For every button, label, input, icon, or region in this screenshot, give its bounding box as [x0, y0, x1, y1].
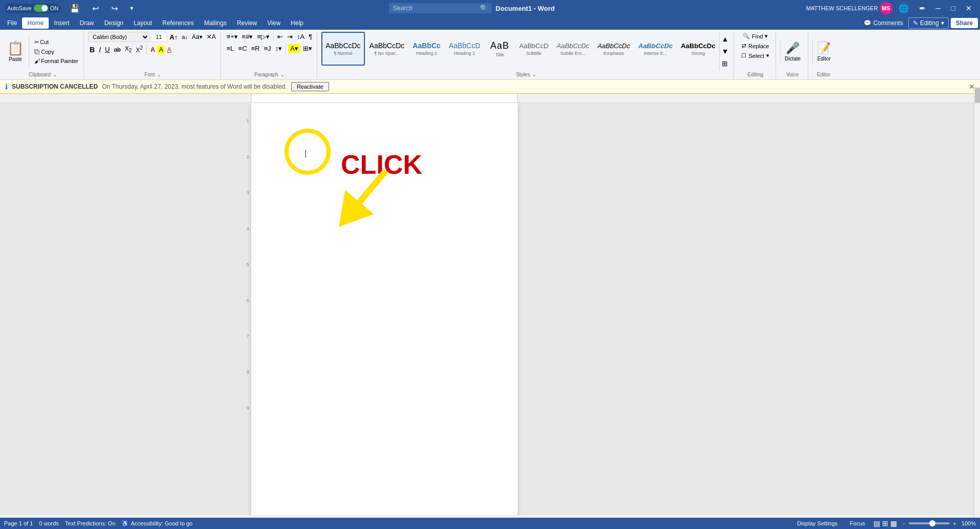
highlight-color-button[interactable]: A — [157, 46, 165, 54]
bold-button[interactable]: B — [88, 45, 96, 55]
format-painter-button[interactable]: 🖌 Format Painter — [32, 57, 80, 65]
align-center-button[interactable]: ≡C — [237, 44, 249, 53]
paste-button[interactable]: 📋 Paste — [5, 38, 26, 64]
close-button[interactable]: ✕ — [962, 2, 976, 14]
menu-layout[interactable]: Layout — [129, 17, 157, 29]
numbered-list-button[interactable]: ≡#▾ — [240, 32, 255, 42]
sort-button[interactable]: ↕A — [295, 32, 306, 42]
select-button[interactable]: ☐ Select ▾ — [738, 51, 772, 60]
decrease-font-button[interactable]: a↓ — [180, 33, 190, 41]
borders-button[interactable]: ⊞▾ — [301, 44, 314, 53]
italic-button[interactable]: I — [97, 45, 103, 55]
gallery-scroll-down-button[interactable]: ▼ — [721, 45, 730, 57]
styles-gallery-container: AaBbCcDc ¶ Normal AaBbCcDc ¶ No Spac... … — [321, 32, 730, 71]
style-heading2[interactable]: AaBbCcD Heading 2 — [445, 32, 484, 66]
select-icon: ☐ — [741, 52, 746, 59]
save-icon[interactable]: 💾 — [66, 2, 84, 15]
styles-expand-icon[interactable]: ⌄ — [532, 72, 536, 77]
pen-icon[interactable]: ✒ — [915, 2, 930, 15]
autosave-switch[interactable] — [34, 5, 48, 12]
menu-view[interactable]: View — [262, 17, 286, 29]
underline-button[interactable]: U — [104, 45, 111, 54]
clipboard-expand-icon[interactable]: ⌄ — [53, 72, 57, 77]
maximize-button[interactable]: □ — [947, 2, 959, 14]
comments-button[interactable]: 💬 Comments — [861, 18, 906, 28]
format-painter-label: Format Painter — [41, 58, 78, 64]
style-subtitle[interactable]: AaBbCcD Subtitle — [516, 32, 552, 66]
menu-insert[interactable]: Insert — [49, 17, 74, 29]
style-heading1[interactable]: AaBbCc Heading 1 — [409, 32, 444, 66]
para-divider2 — [285, 44, 286, 53]
change-case-button[interactable]: Aa▾ — [190, 32, 204, 42]
document-page[interactable]: | CLICK — [251, 103, 518, 515]
menu-help[interactable]: Help — [285, 17, 309, 29]
paragraph-expand-icon[interactable]: ⌄ — [280, 72, 284, 77]
text-effects-button[interactable]: A — [149, 45, 157, 54]
style-intense-em-label: Intense E... — [644, 51, 667, 56]
subscript-button[interactable]: X2 — [124, 44, 134, 54]
show-marks-button[interactable]: ¶ — [307, 32, 314, 42]
menu-references[interactable]: References — [157, 17, 199, 29]
editor-button[interactable]: 📝 Editor — [812, 39, 835, 64]
style-title[interactable]: AaB Title — [485, 32, 515, 66]
editing-button[interactable]: ✎ Editing ▾ — [908, 17, 949, 29]
menu-review[interactable]: Review — [232, 17, 262, 29]
copy-button[interactable]: ⿻ Copy — [32, 48, 80, 56]
minimize-button[interactable]: ─ — [932, 2, 945, 14]
user-name: MATTHEW SCHELLENGER — [806, 5, 878, 11]
cut-button[interactable]: ✂ Cut — [32, 38, 80, 47]
font-color-button[interactable]: A — [166, 45, 173, 54]
reactivate-button[interactable]: Reactivate — [291, 82, 329, 91]
justify-button[interactable]: ≡J — [262, 44, 273, 53]
multilevel-list-button[interactable]: ≡▷▾ — [255, 32, 271, 42]
style-normal[interactable]: AaBbCcDc ¶ Normal — [321, 32, 364, 66]
vertical-scrollbar[interactable] — [974, 87, 980, 515]
align-right-button[interactable]: ≡R — [250, 44, 261, 53]
strikethrough-button[interactable]: ab — [112, 45, 122, 54]
dictate-button[interactable]: 🎤 Dictate — [780, 39, 805, 64]
replace-icon: ⇄ — [742, 43, 746, 49]
gallery-expand-button[interactable]: ⊞ — [721, 57, 730, 70]
font-size-input[interactable] — [151, 32, 167, 42]
menu-file[interactable]: File — [2, 17, 22, 29]
style-emphasis[interactable]: AaBbCcDc Emphasis — [594, 32, 634, 66]
para-row-1: ≡⁌▾ ≡#▾ ≡▷▾ ⇤ ⇥ ↕A ¶ — [225, 32, 314, 42]
style-strong[interactable]: AaBbCcDc Strong — [677, 32, 719, 66]
style-intense-em[interactable]: AaBbCcDc Intense E... — [635, 32, 676, 66]
increase-font-button[interactable]: A↑ — [168, 32, 179, 42]
find-button[interactable]: 🔍 Find ▾ — [740, 32, 771, 40]
line-spacing-button[interactable]: ↕▾ — [274, 44, 284, 53]
document-content: | CLICK — [282, 124, 487, 431]
align-left-button[interactable]: ≡L — [225, 44, 236, 53]
style-no-spacing[interactable]: AaBbCcDc ¶ No Spac... — [366, 32, 408, 66]
ribbon-group-styles: AaBbCcDc ¶ Normal AaBbCcDc ¶ No Spac... … — [318, 32, 734, 79]
replace-button[interactable]: ⇄ Replace — [739, 42, 772, 50]
style-subtle-em[interactable]: AaBbCcDc Subtle Em... — [553, 32, 593, 66]
redo-icon[interactable]: ↪ — [107, 2, 122, 15]
styles-group-label: Styles ⌄ — [516, 71, 536, 78]
superscript-button[interactable]: X2 — [134, 44, 145, 55]
menu-home[interactable]: Home — [22, 17, 49, 29]
share-button[interactable]: Share — [951, 18, 978, 28]
undo-icon[interactable]: ↩ — [88, 2, 103, 15]
editor-icon: 📝 — [817, 42, 831, 55]
autosave-toggle[interactable]: AutoSave ON — [4, 4, 62, 13]
scrollbar-thumb[interactable] — [975, 88, 980, 103]
search-input[interactable] — [389, 3, 492, 13]
font-name-select[interactable]: Calibri (Body) — [88, 32, 150, 42]
customize-qat-icon[interactable]: ▾ — [126, 3, 137, 14]
styles-gallery: AaBbCcDc ¶ Normal AaBbCcDc ¶ No Spac... … — [321, 32, 719, 66]
menu-mailings[interactable]: Mailings — [199, 17, 232, 29]
ruler-inner — [251, 94, 518, 103]
shading-button[interactable]: A▾ — [288, 44, 300, 53]
clear-formatting-button[interactable]: ✕A — [205, 32, 217, 42]
gallery-scroll-up-button[interactable]: ▲ — [721, 33, 730, 45]
increase-indent-button[interactable]: ⇥ — [285, 32, 294, 42]
font-expand-icon[interactable]: ⌄ — [157, 72, 161, 77]
menu-draw[interactable]: Draw — [74, 17, 99, 29]
decrease-indent-button[interactable]: ⇤ — [276, 32, 284, 42]
gallery-scroll-buttons: ▲ ▼ ⊞ — [719, 32, 731, 71]
menu-design[interactable]: Design — [99, 17, 128, 29]
bullet-list-button[interactable]: ≡⁌▾ — [225, 32, 239, 42]
rewards-icon[interactable]: 🌐 — [894, 2, 913, 15]
